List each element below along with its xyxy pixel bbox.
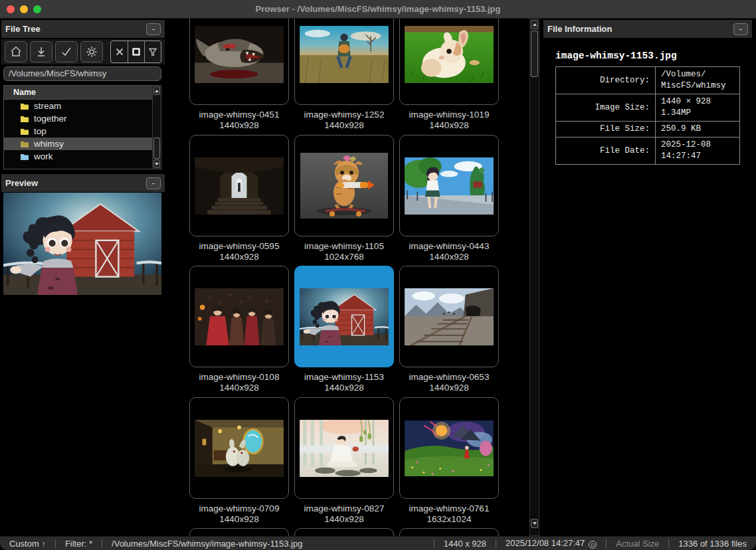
grid-item[interactable]: image-whimsy-01081440x928 <box>189 266 289 393</box>
filter-clear-button[interactable] <box>111 41 128 62</box>
tree-item-work[interactable]: work <box>4 150 152 163</box>
statusbar: Custom ↑ Filter: * /Volumes/MiscFS/whims… <box>0 536 756 550</box>
thumbnail-0761[interactable] <box>399 397 499 499</box>
thumbnail-1252[interactable] <box>294 19 394 105</box>
field-figure-artwork <box>300 26 389 83</box>
home-button[interactable] <box>5 41 27 62</box>
thumbnail-0595[interactable] <box>189 135 289 236</box>
thumbnail-1105[interactable] <box>294 135 394 236</box>
zoom-window-icon[interactable] <box>33 5 41 13</box>
preview-title: Preview <box>5 178 38 188</box>
grid-scrollbar[interactable] <box>529 19 539 536</box>
tree-scroll-down-icon[interactable] <box>153 159 160 168</box>
thumbnail-0108[interactable] <box>189 266 289 367</box>
kitten-skateboard-artwork <box>300 153 388 219</box>
check-icon <box>60 46 72 58</box>
square-icon <box>132 47 141 56</box>
dead-fish-artwork <box>195 26 284 83</box>
thumbnail-0653[interactable] <box>399 266 499 367</box>
thumbnail-partial[interactable] <box>189 528 289 536</box>
info-label: Image Size: <box>556 94 656 122</box>
gear-icon <box>86 46 98 58</box>
thumbnail-label: image-whimsy-11531440x928 <box>294 372 394 393</box>
date-badge-icon: D <box>589 541 597 549</box>
tree-item-together[interactable]: together <box>4 112 152 125</box>
fantasy-hill-artwork <box>405 420 494 476</box>
thumbnail-0443[interactable] <box>399 135 499 236</box>
preview-collapse-button[interactable]: - <box>146 177 161 189</box>
table-row: Image Size: 1440 × 928 1.34MP <box>556 94 740 122</box>
file-info-panel-header: File Information - <box>543 20 752 38</box>
app-window: Prowser - /Volumes/MiscFS/whimsy/image-w… <box>0 0 756 550</box>
grid-item[interactable]: image-whimsy-11531440x928 <box>294 266 394 393</box>
zoom-mode-button[interactable]: Actual Size <box>607 539 668 549</box>
table-row: File Date: 2025-12-08 14:27:47 <box>556 138 740 165</box>
close-icon <box>115 47 124 56</box>
thumbnail-label: image-whimsy-10191440x928 <box>399 110 499 131</box>
file-info-collapse-button[interactable]: - <box>733 23 748 35</box>
sort-mode-button[interactable]: Custom ↑ <box>0 539 55 549</box>
grid-item[interactable]: image-whimsy-05951440x928 <box>189 135 289 262</box>
grid-scroll-up-icon[interactable] <box>531 20 538 29</box>
thumbnail-partial[interactable] <box>399 528 499 536</box>
tree-item-label: top <box>34 126 47 136</box>
thumbnail-0451[interactable] <box>189 19 289 105</box>
tree-scroll-up-icon[interactable] <box>153 86 160 95</box>
tree-item-stream[interactable]: stream <box>4 100 152 112</box>
barn-girl-artwork <box>300 288 389 345</box>
info-label: File Date: <box>556 138 656 165</box>
close-window-icon[interactable] <box>7 5 15 13</box>
grid-scroll-down-icon[interactable] <box>531 519 538 528</box>
file-info-title: File Information <box>547 24 613 34</box>
thumbnail-partial[interactable] <box>294 528 394 536</box>
filter-status[interactable]: Filter: * <box>56 539 102 549</box>
info-value: 250.9 KB <box>656 122 740 138</box>
info-value: 1440 × 928 1.34MP <box>656 94 740 122</box>
tree-item-whimsy[interactable]: whimsy <box>4 138 152 150</box>
folder-icon <box>20 128 29 136</box>
grid-item[interactable]: image-whimsy-12521440x928 <box>294 19 394 131</box>
thumbnail-1019[interactable] <box>399 19 499 105</box>
current-file-path: /Volumes/MiscFS/whimsy/image-whimsy-1153… <box>102 539 312 549</box>
thumbnail-0709[interactable] <box>189 397 289 499</box>
rabbits-room-artwork <box>195 420 284 477</box>
thumbnail-label: image-whimsy-06531440x928 <box>399 372 499 393</box>
grid-item[interactable]: image-whimsy-07091440x928 <box>189 397 289 525</box>
thumbnail-grid: image-whimsy-04511440x928 <box>171 19 528 536</box>
table-row: Directory: /Volumes/ MiscFS/whimsy <box>556 67 740 94</box>
file-tree-list: Name stream together top whimsy <box>3 85 161 169</box>
thumbnail-1153-selected[interactable] <box>294 266 394 367</box>
tree-path-input[interactable]: /Volumes/MiscFS/whimsy <box>3 66 161 81</box>
file-datetime: 2025/12/08 14:27:47D <box>496 538 606 549</box>
tree-item-top[interactable]: top <box>4 125 152 138</box>
grid-item[interactable]: image-whimsy-08271440x928 <box>294 397 394 525</box>
info-value: /Volumes/ MiscFS/whimsy <box>656 67 740 94</box>
filter-mode-group <box>110 41 161 63</box>
info-label: Directory: <box>556 67 656 94</box>
rabbit-artwork <box>405 26 494 83</box>
file-info-table: Directory: /Volumes/ MiscFS/whimsy Image… <box>555 66 740 165</box>
grid-item[interactable]: image-whimsy-04511440x928 <box>189 19 289 131</box>
filter-funnel-button[interactable] <box>144 41 161 62</box>
grid-item[interactable]: image-whimsy-06531440x928 <box>399 266 499 393</box>
thumbnail-label: image-whimsy-12521440x928 <box>294 110 394 131</box>
filter-all-button[interactable] <box>128 41 144 62</box>
thumbnail-0827[interactable] <box>294 397 394 499</box>
tree-scrollbar[interactable] <box>152 86 161 169</box>
check-button[interactable] <box>55 41 78 62</box>
download-button[interactable] <box>30 41 52 62</box>
minimize-window-icon[interactable] <box>20 5 28 13</box>
tree-scroll-thumb[interactable] <box>153 138 160 159</box>
stone-corridor-artwork <box>195 157 284 215</box>
grid-item[interactable]: image-whimsy-11051024x768 <box>294 135 394 262</box>
grid-item[interactable]: image-whimsy-04431440x928 <box>399 135 499 262</box>
tree-column-name[interactable]: Name <box>4 86 161 100</box>
thumbnail-label: image-whimsy-01081440x928 <box>189 372 289 393</box>
folder-icon <box>20 102 29 110</box>
settings-button[interactable] <box>80 41 103 62</box>
grid-item[interactable]: image-whimsy-10191440x928 <box>399 19 499 131</box>
titlebar: Prowser - /Volumes/MiscFS/whimsy/image-w… <box>0 0 756 19</box>
grid-item[interactable]: image-whimsy-07611632x1024 <box>399 397 499 525</box>
file-tree-collapse-button[interactable]: - <box>146 23 161 35</box>
grid-scroll-thumb[interactable] <box>531 31 538 77</box>
